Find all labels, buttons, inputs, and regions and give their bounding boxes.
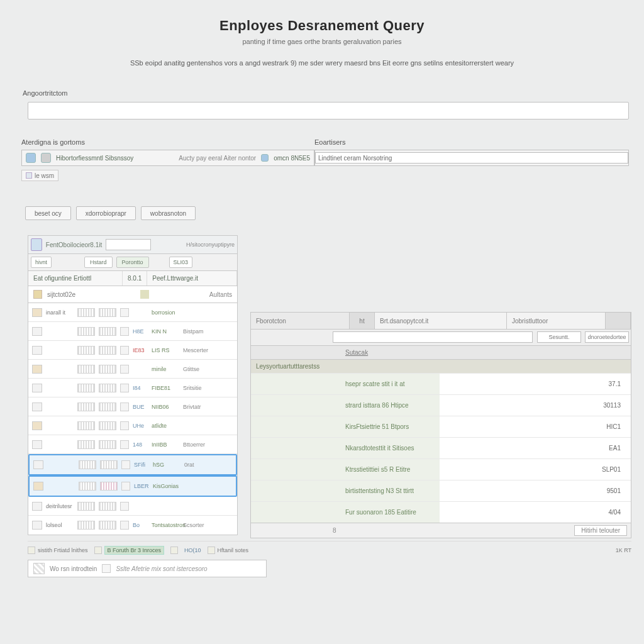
row-num: SFifi bbox=[134, 462, 149, 468]
row-sq bbox=[120, 502, 129, 511]
rp-mini-1[interactable]: Sesuntt. bbox=[537, 331, 581, 343]
table-row[interactable]: minileGtittse bbox=[28, 360, 237, 379]
row-cell-1 bbox=[77, 365, 95, 374]
row-v1: minile bbox=[152, 366, 179, 372]
status-icon-1 bbox=[28, 547, 35, 554]
row-icon bbox=[32, 308, 42, 317]
row-v1: FIBE81 bbox=[152, 385, 179, 391]
rp-col1[interactable]: Fborotcton bbox=[251, 313, 350, 329]
list-item[interactable]: Fur suonaron 185 Eatitire4/04 bbox=[251, 501, 631, 523]
row-cell-2 bbox=[100, 482, 118, 491]
row-sq bbox=[120, 521, 129, 530]
rp-listhead[interactable]: Sutacak bbox=[345, 349, 368, 356]
counters-input[interactable] bbox=[315, 152, 628, 164]
table-row[interactable]: I84FIBE81Sritsitie bbox=[28, 379, 237, 397]
selbox-italic: Sslte Afetrie mix sont istercesoro bbox=[116, 565, 207, 572]
options-mid: Aucty pay eeral Aiter nontor bbox=[179, 155, 256, 162]
counters-row[interactable] bbox=[314, 150, 629, 166]
row-cell-2 bbox=[99, 327, 116, 336]
grid-filter[interactable] bbox=[106, 239, 151, 250]
row-cell-2 bbox=[99, 346, 116, 355]
small-chip-label: le wsm bbox=[35, 172, 54, 179]
row-v1: atlidte bbox=[152, 423, 179, 429]
list-item[interactable]: strard isttara 86 Htipce30113 bbox=[251, 394, 631, 416]
row-cell-1 bbox=[77, 521, 95, 530]
row-cell-2 bbox=[99, 440, 116, 449]
button-2[interactable]: xdorrobioprapr bbox=[76, 206, 136, 220]
row-icon bbox=[32, 327, 42, 336]
row-num: 148 bbox=[133, 441, 148, 448]
list-item[interactable]: Nkarsdtotesttit it SitisoesEA1 bbox=[251, 437, 631, 458]
row-icon bbox=[32, 402, 42, 411]
selbox-label: Wo rsn introdtein bbox=[50, 565, 97, 572]
row-sq bbox=[120, 365, 129, 374]
table-row[interactable]: inarall itborrosion bbox=[28, 303, 237, 322]
rp-col5-icon[interactable] bbox=[606, 313, 631, 329]
table-row[interactable]: lolseolBoTontsatostrosScsorter bbox=[28, 516, 237, 535]
row-num: BUE bbox=[133, 404, 148, 410]
status-2: B Foruth Br 3 Inroces bbox=[104, 546, 165, 555]
item-name: Nkarsdtotesttit it Sitisoes bbox=[251, 438, 440, 458]
row-cell-1 bbox=[77, 308, 95, 317]
tab-2[interactable]: Porontto bbox=[116, 257, 149, 268]
tab-1[interactable]: Hstard bbox=[84, 257, 113, 268]
item-name: Ktrsstietittiei s5 R Etitre bbox=[251, 459, 440, 480]
grid-side-label: H/sitocronyuptipyre bbox=[186, 242, 235, 248]
list-item[interactable]: Ktrsstietittiei s5 R EtitreSLP01 bbox=[251, 458, 631, 480]
rp-mini-2[interactable]: dnoroetedortee bbox=[585, 331, 629, 343]
row-cell-1 bbox=[77, 440, 95, 449]
item-name: Fur suonaron 185 Eatitire bbox=[251, 502, 440, 523]
row-name: inarall it bbox=[46, 309, 74, 316]
table-row[interactable]: UHeatlidte bbox=[28, 416, 237, 435]
table-row[interactable]: IE83LIS RSMescerter bbox=[28, 341, 237, 360]
argument-label: Angoortritctom bbox=[23, 89, 644, 97]
row-cell-2 bbox=[99, 502, 116, 511]
rp-foot-btn[interactable]: Hitirhi telouter bbox=[574, 525, 627, 536]
table-row[interactable]: deitrilutesr bbox=[28, 497, 237, 516]
tab-3[interactable]: SLI03 bbox=[169, 257, 193, 268]
status-1: sistith Frtiatd lnithes bbox=[38, 547, 88, 553]
row-icon bbox=[33, 460, 43, 469]
item-value: 30113 bbox=[440, 402, 631, 409]
table-row[interactable]: BUENIIB06Brivtatr bbox=[28, 397, 237, 416]
sub-a: sijtctot02e bbox=[47, 291, 135, 298]
button-3[interactable]: wobrasnoton bbox=[141, 206, 196, 220]
row-v1: LIS RS bbox=[152, 347, 179, 353]
status-bar: sistith Frtiatd lnithes B Foruth Br 3 In… bbox=[28, 541, 631, 556]
status-icon-3 bbox=[170, 547, 178, 554]
row-icon bbox=[32, 421, 42, 430]
item-value: EA1 bbox=[440, 445, 631, 452]
list-item[interactable]: KirsFtsiettrie 51 BtporsHIC1 bbox=[251, 416, 631, 437]
row-icon bbox=[32, 502, 42, 511]
table-row[interactable]: 148InIIBBBttoerrer bbox=[28, 435, 237, 454]
row-num: LBER bbox=[134, 483, 149, 489]
table-row[interactable]: SFifihSG0rat bbox=[30, 455, 236, 474]
button-1[interactable]: beset ocy bbox=[25, 206, 71, 220]
row-v1: borrosion bbox=[152, 309, 179, 316]
row-sq bbox=[121, 460, 130, 469]
grid-icon bbox=[31, 238, 42, 251]
row-cell-1 bbox=[77, 346, 95, 355]
rp-col4: Jobristluttoor bbox=[507, 313, 606, 329]
row-v2: Bistpam bbox=[183, 328, 204, 335]
sub-b: Aultants bbox=[209, 291, 232, 298]
options-label: Aterdigna is gortoms bbox=[21, 138, 314, 146]
small-chip[interactable]: le wsm bbox=[21, 170, 58, 181]
list-item[interactable]: hsepr scatre stit i it at37.1 bbox=[251, 373, 631, 394]
row-icon bbox=[32, 440, 42, 449]
options-row[interactable]: Hibortorfiessmntl Sibsnssoy Aucty pay ee… bbox=[21, 150, 314, 166]
row-v1: NIIB06 bbox=[152, 404, 179, 410]
table-row[interactable]: H8EKIN NBistpam bbox=[28, 322, 237, 341]
row-sq bbox=[120, 440, 129, 449]
selection-box[interactable]: Wo rsn introdtein Sslte Afetrie mix sont… bbox=[28, 560, 267, 577]
table-row[interactable]: LBERKisGonias bbox=[30, 477, 236, 496]
rp-search[interactable] bbox=[333, 331, 533, 343]
item-value: HIC1 bbox=[440, 423, 631, 430]
list-item[interactable]: birtisttentsting N3 St ttirtt9501 bbox=[251, 480, 631, 501]
selbox-icon bbox=[33, 563, 45, 574]
rp-col2[interactable]: ht bbox=[350, 313, 375, 329]
argument-input[interactable] bbox=[28, 102, 629, 119]
grid-sidebtn[interactable]: hivnt bbox=[31, 257, 52, 268]
row-cell-1 bbox=[77, 402, 95, 411]
row-cell-1 bbox=[79, 460, 96, 469]
